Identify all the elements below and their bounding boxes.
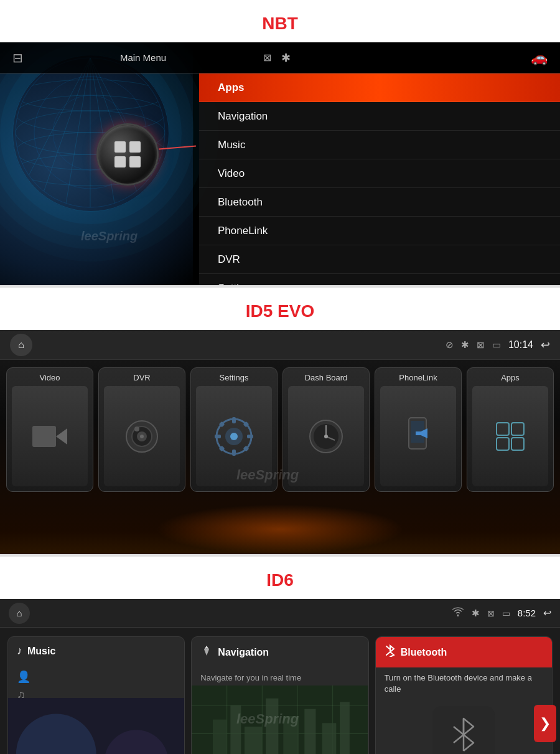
id6-screen: ⌂ ✱ ⊠ ▭ 8:52 ↩ ♪ Music [0, 599, 560, 754]
nbt-close-icon[interactable]: ⊠ [263, 52, 271, 64]
id5-card-phonelink[interactable]: PhoneLink [375, 367, 462, 492]
svg-rect-46 [511, 438, 524, 450]
grid-cell-3 [114, 156, 126, 167]
id6-nav-image [192, 686, 368, 754]
id6-title: ID6 [0, 563, 560, 595]
id6-bt-header: Bluetooth [376, 637, 552, 667]
id5-bottom-glow [156, 504, 404, 554]
id6-nav-title: Navigation [218, 647, 269, 658]
nbt-menu-item-phonelink[interactable]: PhoneLink [199, 217, 560, 245]
id5-dvr-icon [104, 386, 180, 486]
nbt-topbar: ⊟ Main Menu ⊠ ✱ 🚗 [0, 42, 560, 73]
id5-card-settings[interactable]: Settings [190, 367, 278, 492]
id5-screen: ⌂ ⊘ ✱ ⊠ ▭ 10:14 ↩ Video DVR [0, 330, 560, 554]
id6-card-music[interactable]: ♪ Music 👤 ♫ leeSpring [7, 636, 185, 754]
id6-nav-header-icon [200, 644, 213, 660]
svg-rect-45 [497, 438, 509, 450]
id5-bt-icon: ✱ [461, 339, 469, 351]
svg-line-70 [454, 727, 464, 735]
svg-point-21 [140, 435, 144, 438]
svg-rect-26 [232, 417, 236, 423]
id6-back-button[interactable]: ↩ [543, 607, 551, 619]
id6-time: 8:52 [518, 608, 536, 618]
id6-bt-description: Turn on the Bluetooth device and make a … [376, 667, 552, 700]
id6-music-header-icon: ♪ [17, 644, 22, 657]
id5-card-dashboard[interactable]: Dash Board [282, 367, 370, 492]
nbt-car-icon: 🚗 [531, 50, 548, 66]
svg-rect-29 [247, 435, 253, 438]
id6-close-icon: ⊠ [487, 608, 495, 618]
id6-card-navigation[interactable]: Navigation Navigate for you in real time [191, 636, 368, 754]
id5-card-apps-label: Apps [501, 373, 520, 382]
id5-time: 10:14 [508, 339, 533, 351]
svg-rect-28 [215, 435, 221, 438]
id6-music-header: ♪ Music [8, 637, 184, 665]
id5-phonelink-icon [380, 386, 456, 486]
id5-card-phonelink-label: PhoneLink [399, 373, 437, 382]
nbt-title: NBT [0, 6, 560, 39]
apps-grid-icon [114, 141, 141, 167]
id6-nav-header: Navigation [192, 637, 368, 667]
nbt-menu-item-settings[interactable]: Settings [199, 274, 560, 285]
svg-rect-16 [32, 426, 56, 447]
id5-card-dvr[interactable]: DVR [98, 367, 185, 492]
svg-rect-43 [497, 423, 509, 435]
svg-rect-63 [245, 727, 262, 754]
grid-cell-4 [129, 156, 141, 167]
id5-dashboard-icon [288, 386, 364, 486]
id6-music-image: leeSpring [8, 698, 184, 754]
id5-topbar: ⌂ ⊘ ✱ ⊠ ▭ 10:14 ↩ [0, 330, 560, 360]
id6-bt-circle [432, 706, 495, 754]
grid-cell-1 [114, 141, 126, 153]
id5-card-video-label: Video [39, 373, 60, 382]
id5-card-apps[interactable]: Apps [467, 367, 554, 492]
svg-point-25 [230, 433, 238, 440]
id6-card-bluetooth[interactable]: Bluetooth Turn on the Bluetooth device a… [375, 636, 553, 754]
id6-topbar: ⌂ ✱ ⊠ ▭ 8:52 ↩ [0, 599, 560, 628]
nbt-menu-item-dvr[interactable]: DVR [199, 245, 560, 274]
id5-wifi-icon: ⊘ [446, 339, 454, 351]
svg-rect-42 [416, 431, 422, 435]
id5-card-dashboard-label: Dash Board [305, 373, 348, 382]
id5-card-video[interactable]: Video [6, 367, 93, 492]
svg-rect-44 [511, 423, 524, 435]
svg-rect-62 [231, 705, 241, 754]
svg-marker-17 [56, 428, 67, 445]
id6-bt-header-icon [385, 644, 396, 660]
nbt-screen: leeSpring ⊟ Main Menu ⊠ ✱ 🚗 Apps Navigat… [0, 42, 560, 285]
id5-apps-icon [472, 386, 548, 486]
svg-line-13 [22, 58, 90, 189]
grid-cell-2 [129, 141, 141, 153]
nbt-menu-item-video[interactable]: Video [199, 159, 560, 188]
id6-home-button[interactable]: ⌂ [9, 603, 30, 624]
svg-rect-66 [305, 709, 316, 754]
svg-rect-64 [266, 699, 278, 754]
id5-back-button[interactable]: ↩ [541, 338, 550, 352]
nbt-apps-icon[interactable] [96, 123, 159, 186]
nbt-topbar-title: Main Menu [33, 52, 253, 63]
nbt-bluetooth-icon[interactable]: ✱ [281, 51, 291, 65]
id6-cards-container: ♪ Music 👤 ♫ leeSpring [0, 628, 560, 754]
id5-close-icon: ⊠ [477, 339, 485, 351]
id5-topbar-right: ⊘ ✱ ⊠ ▭ 10:14 ↩ [446, 338, 550, 352]
nbt-menu-icon[interactable]: ⊟ [12, 50, 23, 65]
id6-next-arrow-button[interactable]: ❯ [534, 705, 556, 742]
id5-battery-icon: ▭ [492, 339, 501, 351]
svg-rect-27 [232, 450, 236, 456]
id6-music-person-icon: 👤 [17, 670, 175, 684]
id5-title: ID5 EVO [0, 294, 560, 326]
id5-settings-icon [196, 386, 272, 486]
id5-home-button[interactable]: ⌂ [10, 334, 32, 356]
id5-card-settings-label: Settings [220, 373, 249, 382]
svg-point-38 [324, 435, 328, 438]
nbt-menu-item-apps[interactable]: Apps [199, 73, 560, 102]
svg-line-71 [454, 735, 464, 743]
svg-rect-61 [213, 720, 227, 754]
nbt-menu-item-navigation[interactable]: Navigation [199, 102, 560, 131]
id5-video-icon [12, 386, 88, 486]
nbt-menu-item-bluetooth[interactable]: Bluetooth [199, 188, 560, 217]
id6-topbar-right: ✱ ⊠ ▭ 8:52 ↩ [452, 607, 551, 619]
id6-music-title: Music [27, 646, 55, 657]
id6-bt-title: Bluetooth [401, 647, 447, 658]
nbt-menu-item-music[interactable]: Music [199, 131, 560, 159]
